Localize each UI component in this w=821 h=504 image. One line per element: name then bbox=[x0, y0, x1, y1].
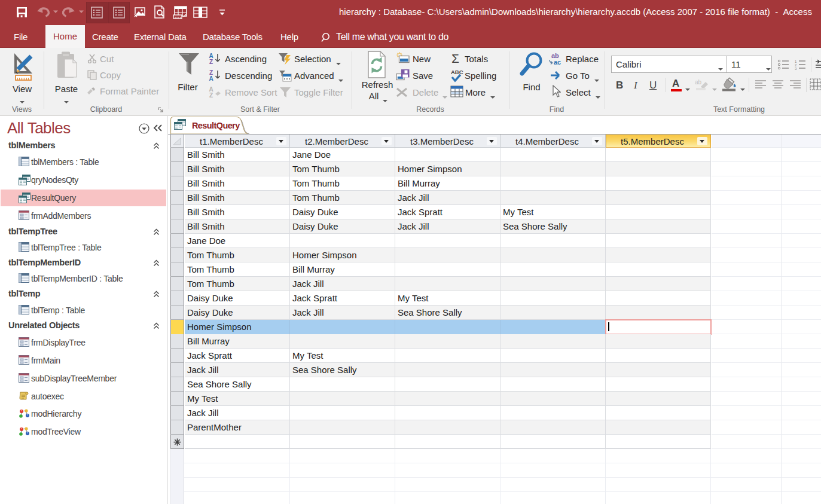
svg-text:3: 3 bbox=[795, 67, 797, 70]
svg-text:ab: ab bbox=[695, 79, 702, 85]
svg-text:A: A bbox=[209, 75, 213, 81]
svg-text:ABC: ABC bbox=[451, 69, 463, 75]
svg-text:Z: Z bbox=[209, 59, 213, 65]
svg-text:ac: ac bbox=[554, 59, 561, 66]
svg-text:Z: Z bbox=[209, 92, 213, 98]
